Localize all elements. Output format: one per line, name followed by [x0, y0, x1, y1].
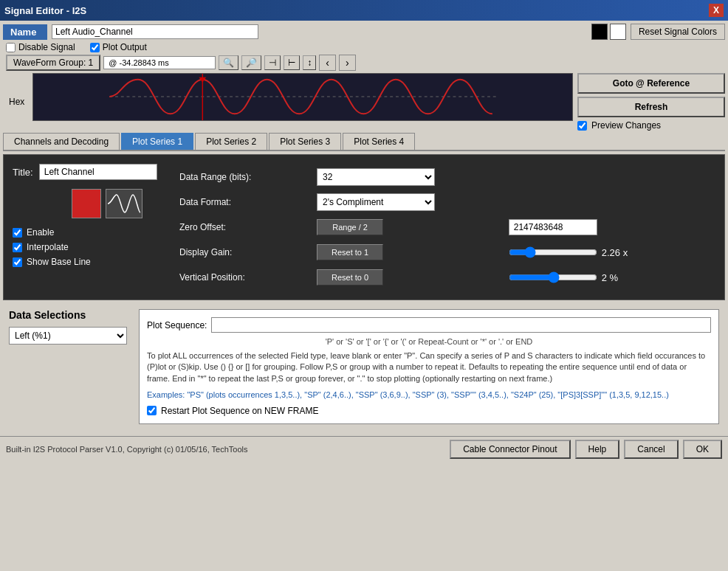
restart-row: Restart Plot Sequence on NEW FRAME [147, 406, 711, 416]
restart-checkbox[interactable] [147, 406, 157, 415]
name-label: Name [3, 24, 47, 40]
display-gain-label: Display Gain: [176, 240, 312, 264]
toolbar-icon-2[interactable]: 🔎 [241, 55, 261, 70]
plot-output-input[interactable] [90, 43, 100, 52]
enable-checkbox[interactable]: Enable [13, 227, 160, 238]
vertical-position-value: 2 % [602, 272, 639, 283]
color-box-black[interactable] [591, 24, 608, 40]
data-range-label: Data Range (bits): [176, 165, 312, 189]
data-format-row: Data Format: 2's Compliment Unsigned Sig… [176, 190, 714, 214]
tab-plot-series-3[interactable]: Plot Series 3 [269, 133, 341, 150]
checkbox-row: Disable Signal Plot Output [3, 42, 725, 52]
color-box-white[interactable] [610, 24, 626, 40]
toolbar-icon-3[interactable]: ⊣ [264, 55, 281, 70]
data-range-row: Data Range (bits): 32 8 16 24 [176, 165, 714, 189]
waveform-display[interactable] [32, 73, 573, 121]
cable-connector-button[interactable]: Cable Connector Pinout [450, 440, 570, 459]
settings-table: Data Range (bits): 32 8 16 24 Dat [175, 164, 715, 291]
title-field-input[interactable] [39, 164, 157, 180]
name-input[interactable] [52, 24, 258, 39]
zero-offset-label: Zero Offset: [176, 215, 312, 239]
interpolate-checkbox[interactable]: Interpolate [13, 242, 160, 252]
toolbar-icon-1[interactable]: 🔍 [219, 55, 238, 70]
data-format-select[interactable]: 2's Compliment Unsigned Sign-Magnitude [317, 193, 435, 211]
show-base-line-checkbox[interactable]: Show Base Line [13, 257, 160, 267]
status-text: Built-in I2S Protocol Parser V1.0, Copyr… [6, 445, 248, 454]
cancel-button[interactable]: Cancel [624, 440, 678, 459]
disable-signal-input[interactable] [6, 43, 16, 52]
zero-offset-button[interactable]: Range / 2 [317, 219, 383, 235]
plot-sequence-input[interactable] [211, 317, 711, 333]
plot-output-label: Plot Output [103, 42, 147, 52]
data-format-cell: 2's Compliment Unsigned Sign-Magnitude [314, 190, 504, 214]
plot-sequence-label: Plot Sequence: [147, 320, 207, 331]
waveform-group-button[interactable]: WaveForm Group: 1 [6, 55, 100, 71]
help-button[interactable]: Help [575, 440, 620, 459]
disable-signal-label: Disable Signal [18, 42, 75, 52]
show-base-line-label: Show Base Line [27, 257, 91, 267]
checkboxes-col: Enable Interpolate Show Base Line [13, 227, 160, 267]
enable-input[interactable] [13, 228, 22, 238]
close-button[interactable]: X [709, 4, 724, 17]
vertical-position-slider-container: 2 % [509, 271, 711, 283]
refresh-button[interactable]: Refresh [577, 97, 725, 117]
data-selections: Data Selections Left (%1) Plot Sequence:… [3, 303, 725, 430]
disable-signal-checkbox[interactable]: Disable Signal [6, 42, 75, 52]
title-row: Title: [13, 164, 160, 180]
waveform-area: Hex Goto @ Reference Refresh Preview Cha… [3, 73, 725, 131]
data-range-spacer [506, 165, 714, 189]
goto-reference-button[interactable]: Goto @ Reference [577, 73, 725, 94]
zero-offset-btn-cell: Range / 2 [314, 215, 504, 239]
tab-plot-series-2[interactable]: Plot Series 2 [195, 133, 267, 150]
content-panel: Title: Enable [3, 154, 725, 300]
data-range-cell: 32 8 16 24 [314, 165, 504, 189]
vertical-position-label: Vertical Position: [176, 266, 312, 289]
display-gain-slider-container: 2.26 x [509, 246, 711, 258]
display-gain-slider[interactable] [509, 246, 597, 258]
vertical-position-slider[interactable] [509, 271, 597, 283]
show-base-line-input[interactable] [13, 257, 22, 267]
status-bar: Built-in I2S Protocol Parser V1.0, Copyr… [0, 436, 728, 462]
preview-changes-checkbox[interactable] [577, 121, 587, 131]
vertical-position-button[interactable]: Reset to 0 [317, 269, 383, 286]
data-selections-dropdown[interactable]: Left (%1) [9, 327, 127, 345]
preview-changes-label: Preview Changes [591, 120, 661, 131]
display-gain-button[interactable]: Reset to 1 [317, 244, 383, 260]
plot-sequence-info: To plot ALL occurrences of the selected … [147, 350, 711, 384]
display-gain-btn-cell: Reset to 1 [314, 240, 504, 264]
tab-channels-decoding[interactable]: Channels and Decoding [3, 133, 120, 150]
nav-next-button[interactable]: › [339, 55, 356, 71]
right-settings: Data Range (bits): 32 8 16 24 Dat [175, 164, 715, 291]
reset-signal-colors-button[interactable]: Reset Signal Colors [631, 24, 725, 40]
red-color-box[interactable] [72, 189, 101, 218]
vertical-position-row: Vertical Position: Reset to 0 2 % [176, 266, 714, 289]
enable-label: Enable [27, 227, 54, 238]
display-gain-row: Display Gain: Reset to 1 2.26 x [176, 240, 714, 264]
tabs-row: Channels and Decoding Plot Series 1 Plot… [3, 133, 725, 151]
tab-plot-series-1[interactable]: Plot Series 1 [121, 133, 193, 150]
interpolate-input[interactable] [13, 243, 22, 252]
plot-output-checkbox[interactable]: Plot Output [90, 42, 147, 52]
wave-preview-svg [108, 191, 140, 216]
wave-icon-box[interactable] [106, 189, 142, 218]
nav-prev-button[interactable]: ‹ [319, 55, 336, 71]
data-range-select[interactable]: 32 8 16 24 [317, 168, 435, 186]
plot-sequence-row: Plot Sequence: [147, 317, 711, 333]
bottom-buttons: Cable Connector Pinout Help Cancel OK [450, 440, 722, 459]
zero-offset-input[interactable] [509, 219, 597, 235]
time-display-input[interactable] [103, 56, 216, 69]
interpolate-label: Interpolate [27, 242, 69, 252]
icon-boxes [72, 189, 160, 218]
settings-grid: Title: Enable [13, 164, 715, 291]
plot-sequence-examples: Examples: "PS" (plots occurrences 1,3,5.… [147, 389, 711, 401]
waveform-svg [33, 74, 572, 120]
tab-plot-series-4[interactable]: Plot Series 4 [343, 133, 415, 150]
toolbar-row: WaveForm Group: 1 🔍 🔎 ⊣ ⊢ ↕ ‹ › [3, 55, 725, 71]
preview-row: Preview Changes [577, 120, 725, 131]
zero-offset-input-cell [506, 215, 714, 239]
toolbar-icon-4[interactable]: ⊢ [284, 55, 300, 70]
zero-offset-row: Zero Offset: Range / 2 [176, 215, 714, 239]
ok-button[interactable]: OK [683, 440, 722, 459]
toolbar-icon-5[interactable]: ↕ [303, 55, 316, 70]
display-gain-slider-cell: 2.26 x [506, 240, 714, 264]
